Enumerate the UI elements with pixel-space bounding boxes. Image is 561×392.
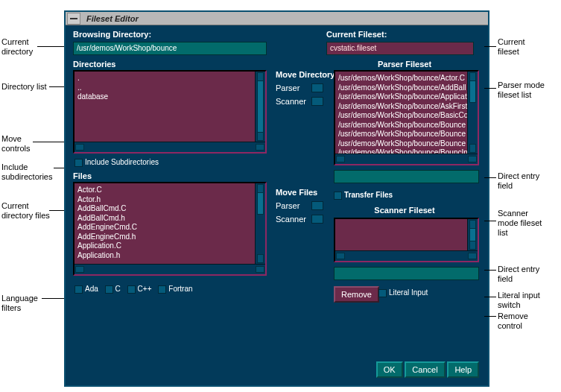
move-files-scanner-button[interactable]	[311, 215, 323, 224]
filter-fortran[interactable]: Fortran	[158, 285, 192, 293]
list-item[interactable]: Actor.h	[77, 195, 262, 205]
directories-label: Directories	[73, 60, 115, 69]
scanner-fileset-listbox[interactable]	[334, 218, 479, 262]
checkbox-icon	[127, 285, 136, 294]
callout-current-directory: Current directory	[1, 37, 33, 57]
remove-button[interactable]: Remove	[334, 286, 379, 303]
list-item[interactable]: /usr/demos/WorkShop/bounce/Applicat	[338, 92, 475, 102]
callout-remove-control: Remove control	[498, 312, 528, 331]
browsing-directory-value: /usr/demos/WorkShop/bounce	[77, 44, 177, 52]
transfer-files-group[interactable]: Transfer Files	[334, 191, 398, 200]
callout-move-controls: Move controls	[1, 134, 31, 154]
list-item[interactable]: /usr/demos/WorkShop/bounce/AddBall	[338, 83, 475, 93]
checkbox-icon	[334, 192, 342, 200]
parser-fileset-label: Parser Fileset	[334, 60, 475, 69]
scrollbar-horizontal[interactable]	[75, 264, 265, 274]
callout-include-subdirectories: Include subdirectories	[1, 162, 52, 182]
browsing-directory-field[interactable]: /usr/demos/WorkShop/bounce	[73, 42, 267, 55]
scrollbar-horizontal[interactable]	[335, 154, 478, 164]
list-item[interactable]: /usr/demos/WorkShop/bounce/Bounce	[338, 139, 475, 149]
move-dir-scanner-button[interactable]	[311, 97, 323, 106]
list-item[interactable]: AddBallCmd.C	[77, 204, 262, 214]
literal-input-label: Literal Input	[389, 288, 428, 297]
help-button[interactable]: Help	[447, 361, 479, 378]
scanner-direct-entry-field[interactable]	[334, 267, 479, 280]
list-item[interactable]: /usr/demos/WorkShop/bounce/BasicCo	[338, 111, 475, 121]
move-files-label: Move Files	[276, 188, 323, 197]
list-item[interactable]: AddEngineCmd.C	[77, 223, 262, 233]
move-dir-parser-button[interactable]	[311, 83, 323, 92]
current-fileset-label: Current Fileset:	[326, 30, 387, 39]
cancel-button[interactable]: Cancel	[405, 361, 445, 378]
include-subdirectories-checkbox[interactable]: Include Subdirectories	[75, 158, 159, 167]
files-listbox[interactable]: Actor.CActor.hAddBallCmd.CAddBallCmd.hAd…	[73, 182, 267, 276]
move-directory-label: Move Directory	[276, 70, 335, 79]
filter-ada[interactable]: Ada	[75, 285, 98, 293]
browsing-directory-label: Browsing Directory:	[73, 30, 151, 39]
scanner-fileset-label: Scanner Fileset	[334, 206, 475, 215]
list-item[interactable]: .	[77, 74, 262, 83]
move-files-scanner-label: Scanner	[276, 215, 311, 224]
fileset-editor-window: Fileset Editor Browsing Directory: /usr/…	[64, 10, 489, 387]
current-fileset-value: cvstatic.fileset	[330, 44, 376, 52]
callout-scanner-fileset-list: Scanner mode fileset list	[498, 209, 542, 238]
ok-button[interactable]: OK	[376, 361, 403, 378]
move-files-parser-button[interactable]	[311, 201, 323, 210]
literal-input-checkbox[interactable]: Literal Input	[378, 288, 428, 297]
list-item[interactable]: /usr/demos/WorkShop/bounce/Bounce	[338, 121, 475, 130]
checkbox-icon	[378, 289, 387, 297]
scrollbar-horizontal[interactable]	[75, 142, 265, 152]
list-item[interactable]: database	[77, 92, 262, 102]
filter-cpp[interactable]: C++	[127, 285, 152, 293]
scrollbar-vertical[interactable]	[255, 183, 265, 264]
move-files-parser-label: Parser	[276, 201, 311, 210]
scrollbar-horizontal[interactable]	[335, 250, 478, 261]
checkbox-icon	[158, 285, 166, 294]
move-directory-group: Move Directory Parser Scanner	[276, 70, 335, 110]
filter-c[interactable]: C	[105, 285, 121, 293]
list-item[interactable]: AddEngineCmd.h	[77, 233, 262, 242]
move-dir-scanner-label: Scanner	[276, 97, 311, 106]
list-item[interactable]: /usr/demos/WorkShop/bounce/Actor.C	[338, 74, 475, 83]
list-item[interactable]: Application.h	[77, 251, 262, 261]
checkbox-icon	[105, 285, 113, 294]
include-subdirectories-label: Include Subdirectories	[85, 158, 159, 166]
scrollbar-vertical[interactable]	[467, 72, 478, 154]
callout-direct-entry-2: Direct entry field	[498, 265, 539, 284]
list-item[interactable]: ..	[77, 83, 262, 93]
list-item[interactable]: Application.C	[77, 241, 262, 251]
scrollbar-vertical[interactable]	[467, 219, 478, 250]
list-item[interactable]: /usr/demos/WorkShop/bounce/Bounce	[338, 130, 475, 139]
callout-parser-fileset-list: Parser mode fileset list	[498, 80, 545, 100]
directories-listbox[interactable]: ...database	[73, 70, 267, 154]
move-dir-parser-label: Parser	[276, 83, 311, 92]
move-files-group: Move Files Parser Scanner	[276, 188, 323, 228]
list-item[interactable]: /usr/demos/WorkShop/bounce/AskFirst	[338, 102, 475, 112]
scrollbar-vertical[interactable]	[255, 72, 265, 142]
callout-literal-input: Literal input switch	[498, 291, 540, 310]
list-item[interactable]: AddBallCmd.h	[77, 214, 262, 224]
callout-language-filters: Language filters	[1, 294, 38, 313]
window-title: Fileset Editor	[86, 14, 139, 23]
callout-current-directory-files: Current directory files	[1, 201, 50, 221]
language-filters: Ada C C++ Fortran	[75, 285, 197, 294]
checkbox-icon	[75, 285, 83, 294]
titlebar[interactable]: Fileset Editor	[66, 12, 488, 25]
parser-fileset-listbox[interactable]: /usr/demos/WorkShop/bounce/Actor.C/usr/d…	[334, 70, 479, 165]
checkbox-icon	[75, 159, 83, 167]
window-menu-icon[interactable]	[67, 13, 80, 25]
current-fileset-field[interactable]: cvstatic.fileset	[326, 42, 474, 55]
list-item[interactable]: Actor.C	[77, 186, 262, 195]
transfer-files-label: Transfer Files	[344, 191, 393, 199]
callout-current-fileset: Current fileset	[498, 37, 525, 57]
callout-directory-list: Directory list	[1, 82, 47, 92]
callout-direct-entry-1: Direct entry field	[498, 171, 539, 191]
parser-direct-entry-field[interactable]	[334, 170, 479, 183]
files-label: Files	[73, 171, 92, 180]
